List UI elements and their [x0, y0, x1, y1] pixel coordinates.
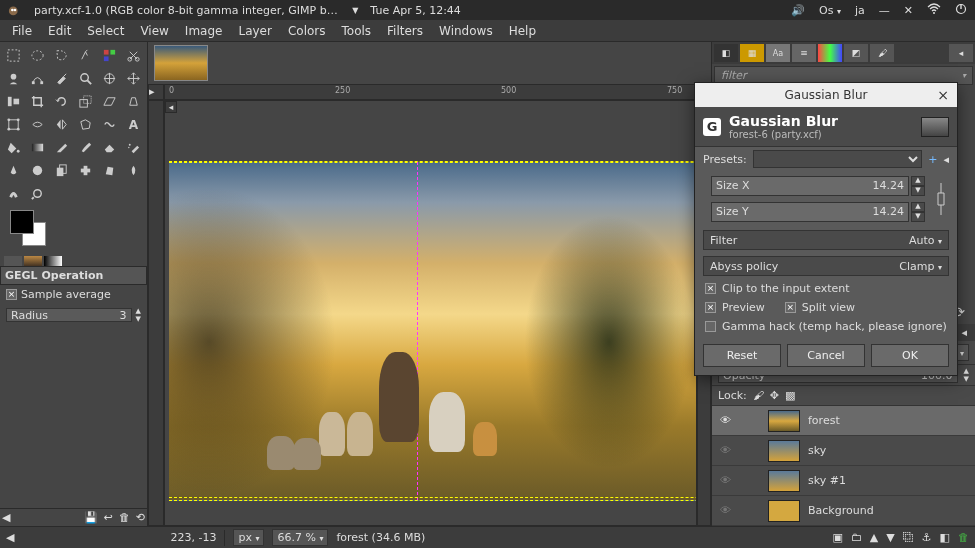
sample-average-checkbox[interactable]	[6, 289, 17, 300]
tool-measure[interactable]	[98, 67, 121, 89]
preview-checkbox[interactable]	[705, 302, 716, 313]
tool-options-menu-icon[interactable]: ◀	[2, 511, 10, 524]
size-y-down[interactable]: ▼	[911, 212, 925, 222]
dock-tab-menu-icon[interactable]: ◂	[949, 44, 973, 62]
tool-perspective-clone[interactable]	[98, 159, 121, 181]
layer-group-icon[interactable]: 🗀	[851, 531, 862, 544]
layer-delete-icon[interactable]: 🗑	[958, 531, 969, 544]
dock-tab-patterns[interactable]: ▦	[740, 44, 764, 62]
dock-tab-fonts[interactable]: Aa	[766, 44, 790, 62]
tool-text[interactable]: A	[122, 113, 145, 135]
tool-dodge[interactable]	[26, 182, 49, 204]
tool-cage[interactable]	[74, 113, 97, 135]
minimize-icon[interactable]: —	[879, 4, 890, 17]
tool-warp[interactable]	[98, 113, 121, 135]
tool-crop[interactable]	[26, 90, 49, 112]
lang-indicator[interactable]: ja	[855, 4, 865, 17]
layer-name[interactable]: sky	[808, 444, 826, 457]
dock-tab-palette[interactable]	[818, 44, 842, 62]
tool-scale[interactable]	[74, 90, 97, 112]
tool-move[interactable]	[122, 67, 145, 89]
reset-button[interactable]: Reset	[703, 344, 781, 367]
tab-menu-icon[interactable]: ◂	[957, 324, 971, 341]
dock-tab-history[interactable]: ≡	[792, 44, 816, 62]
ruler-corner[interactable]: ▸	[148, 84, 164, 100]
gamma-checkbox[interactable]	[705, 321, 716, 332]
status-unit[interactable]: px ▾	[233, 529, 264, 546]
tool-paintbrush[interactable]	[74, 136, 97, 158]
presets-select[interactable]	[753, 150, 923, 168]
tool-gradient[interactable]	[26, 136, 49, 158]
tool-fuzzy-select[interactable]	[74, 44, 97, 66]
tool-handle-transform[interactable]	[26, 113, 49, 135]
ruler-horizontal[interactable]: 0 250 500 750 1000	[164, 84, 695, 100]
tool-pencil[interactable]	[50, 136, 73, 158]
tool-options-save-icon[interactable]: 💾	[84, 511, 98, 524]
dock-tab-gradient[interactable]: ◩	[844, 44, 868, 62]
tool-foreground-select[interactable]	[2, 67, 25, 89]
layer-down-icon[interactable]: ▼	[886, 531, 894, 544]
tool-heal[interactable]	[74, 159, 97, 181]
preset-add-icon[interactable]: +	[928, 153, 937, 166]
visibility-icon[interactable]: 👁	[716, 474, 734, 487]
lock-position-icon[interactable]: ✥	[770, 389, 779, 402]
layer-anchor-icon[interactable]: ⚓	[922, 531, 932, 544]
clip-checkbox[interactable]	[705, 283, 716, 294]
status-zoom[interactable]: 66.7 % ▾	[272, 529, 328, 546]
tool-zoom[interactable]	[74, 67, 97, 89]
dock-tab-paint[interactable]: 🖌	[870, 44, 894, 62]
menu-image[interactable]: Image	[179, 22, 229, 40]
wifi-icon[interactable]	[927, 3, 941, 18]
tool-flip[interactable]	[50, 113, 73, 135]
layer-row[interactable]: 👁 sky #1	[712, 466, 975, 496]
menu-windows[interactable]: Windows	[433, 22, 499, 40]
tool-color-picker[interactable]	[50, 67, 73, 89]
layer-duplicate-icon[interactable]: ⿻	[903, 531, 914, 544]
title-dropdown-icon[interactable]: ▼	[352, 6, 358, 15]
status-left-menu-icon[interactable]: ◀	[6, 531, 14, 544]
fg-bg-colors[interactable]	[0, 206, 147, 260]
menu-help[interactable]: Help	[503, 22, 542, 40]
tool-paths[interactable]	[26, 67, 49, 89]
layer-name[interactable]: Background	[808, 504, 874, 517]
lock-pixels-icon[interactable]: 🖌	[753, 389, 764, 402]
dock-tab-brushes[interactable]: ◧	[714, 44, 738, 62]
tool-options-delete-icon[interactable]: 🗑	[119, 511, 130, 524]
power-icon[interactable]	[955, 3, 967, 18]
tool-smudge[interactable]	[2, 182, 25, 204]
tool-options-restore-icon[interactable]: ↩	[104, 511, 113, 524]
tool-airbrush[interactable]	[122, 136, 145, 158]
user-menu[interactable]: Os ▾	[819, 4, 841, 17]
menu-view[interactable]: View	[134, 22, 174, 40]
close-icon[interactable]: ✕	[904, 4, 913, 17]
layer-up-icon[interactable]: ▲	[870, 531, 878, 544]
image-tab[interactable]	[154, 45, 208, 81]
visibility-icon[interactable]: 👁	[716, 504, 734, 517]
canvas[interactable]: ◂	[164, 100, 697, 526]
tool-options-reset-icon[interactable]: ⟲	[136, 511, 145, 524]
tool-clone[interactable]	[50, 159, 73, 181]
tool-unified-transform[interactable]	[2, 113, 25, 135]
tool-bucket-fill[interactable]	[2, 136, 25, 158]
image-content[interactable]	[169, 161, 697, 501]
dialog-titlebar[interactable]: Gaussian Blur ×	[695, 83, 957, 107]
layer-row[interactable]: 👁 Background	[712, 496, 975, 526]
menu-select[interactable]: Select	[81, 22, 130, 40]
tool-ellipse-select[interactable]	[26, 44, 49, 66]
fg-color-swatch[interactable]	[10, 210, 34, 234]
size-y-slider[interactable]: Size Y14.24	[711, 202, 909, 222]
tool-rect-select[interactable]	[2, 44, 25, 66]
visibility-icon[interactable]: 👁	[716, 444, 734, 457]
tool-by-color-select[interactable]	[98, 44, 121, 66]
volume-icon[interactable]: 🔊	[791, 4, 805, 17]
tool-scissors[interactable]	[122, 44, 145, 66]
preset-menu-icon[interactable]: ◂	[943, 153, 949, 166]
lock-alpha-icon[interactable]: ▩	[785, 389, 795, 402]
tool-ink[interactable]	[2, 159, 25, 181]
menu-tools[interactable]: Tools	[336, 22, 378, 40]
tool-mypaint[interactable]	[26, 159, 49, 181]
layer-name[interactable]: sky #1	[808, 474, 846, 487]
tool-eraser[interactable]	[98, 136, 121, 158]
tool-blur[interactable]	[122, 159, 145, 181]
layer-row[interactable]: 👁 forest	[712, 406, 975, 436]
